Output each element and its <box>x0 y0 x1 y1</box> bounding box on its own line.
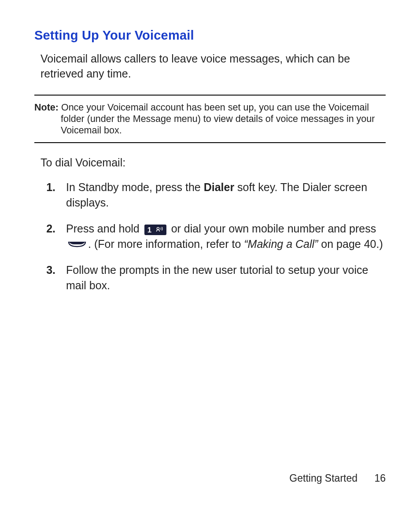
page-footer: Getting Started 16 <box>289 472 386 484</box>
step-3: 3. Follow the prompts in the new user tu… <box>41 262 386 293</box>
text-run: Press and hold <box>66 222 143 235</box>
instruction-lead: To dial Voicemail: <box>41 156 386 169</box>
dialer-softkey-name: Dialer <box>204 181 234 193</box>
svg-point-0 <box>157 227 159 229</box>
send-key-icon <box>67 240 87 250</box>
text-run: In Standby mode, press the <box>66 181 204 193</box>
key-1-voicemail-icon: 1 <box>144 225 166 235</box>
note-label: Note: <box>34 102 59 113</box>
step-number: 1. <box>41 180 66 210</box>
text-run: or dial your own mobile number and press <box>168 222 376 235</box>
text-run: on page 40.) <box>318 238 383 250</box>
footer-section-name: Getting Started <box>289 472 357 484</box>
note-block: Note: Once your Voicemail account has be… <box>34 95 386 144</box>
text-run: . (For more information, refer to <box>88 238 244 250</box>
step-body: In Standby mode, press the Dialer soft k… <box>66 180 386 210</box>
cross-reference: “Making a Call” <box>244 238 318 250</box>
note-text: Once your Voicemail account has been set… <box>61 102 375 136</box>
intro-paragraph: Voicemail allows callers to leave voice … <box>41 52 386 81</box>
steps-list: 1. In Standby mode, press the Dialer sof… <box>41 180 386 293</box>
step-1: 1. In Standby mode, press the Dialer sof… <box>41 180 386 210</box>
step-body: Follow the prompts in the new user tutor… <box>66 262 386 293</box>
page-number: 16 <box>374 472 386 484</box>
section-heading: Setting Up Your Voicemail <box>34 28 386 43</box>
step-body: Press and hold 1 or dial your own mobile… <box>66 221 386 252</box>
step-number: 3. <box>41 262 66 293</box>
step-number: 2. <box>41 221 66 252</box>
step-2: 2. Press and hold 1 or dial your own mob… <box>41 221 386 252</box>
